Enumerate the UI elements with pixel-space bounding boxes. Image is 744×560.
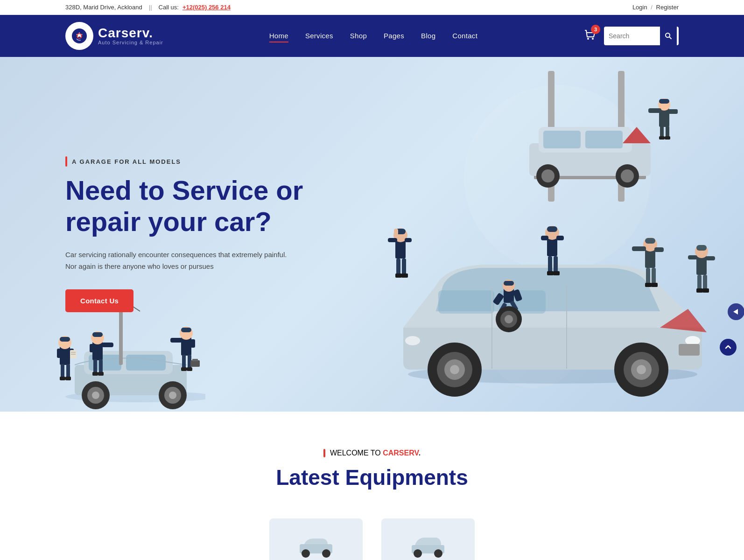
svg-rect-42 — [190, 339, 195, 348]
divider: || — [149, 4, 152, 11]
search-input[interactable] — [604, 32, 660, 40]
top-bar-right: Login / Register — [632, 4, 679, 11]
svg-point-85 — [637, 365, 646, 374]
bottom-car-2 — [381, 518, 475, 560]
nav-item-shop[interactable]: Shop — [350, 32, 367, 40]
bottom-car-1 — [269, 518, 363, 560]
register-link[interactable]: Register — [656, 4, 679, 11]
cart-button[interactable]: 3 — [583, 28, 597, 43]
svg-rect-128 — [651, 283, 658, 287]
contact-us-button[interactable]: Contact Us — [65, 289, 133, 312]
nav-link-pages[interactable]: Pages — [384, 32, 404, 42]
svg-rect-71 — [659, 136, 665, 140]
svg-rect-34 — [93, 359, 97, 373]
svg-rect-92 — [388, 238, 397, 242]
nav-link-contact[interactable]: Contact — [452, 32, 477, 42]
svg-rect-136 — [696, 288, 703, 293]
svg-rect-31 — [92, 332, 103, 337]
top-bar: 328D, Marid Drive, Ackloand || Call us: … — [0, 0, 744, 15]
svg-rect-118 — [547, 271, 554, 275]
login-link[interactable]: Login — [632, 4, 647, 11]
welcome-tag-text: WELCOME TO CARSERV. — [330, 449, 421, 457]
logo-text-wrap: Carserv. Auto Servicing & Repair — [98, 27, 163, 45]
scroll-up-button[interactable] — [720, 339, 737, 356]
svg-rect-126 — [652, 268, 656, 284]
svg-rect-135 — [703, 275, 707, 290]
svg-rect-131 — [696, 245, 707, 251]
svg-rect-133 — [706, 256, 715, 260]
nav-links: Home Services Shop Pages Blog Contact — [269, 32, 477, 40]
svg-point-141 — [322, 549, 330, 558]
svg-rect-127 — [645, 283, 652, 287]
chevron-up-icon — [724, 343, 732, 351]
cart-badge: 3 — [591, 25, 600, 34]
svg-rect-33 — [90, 344, 94, 352]
welcome-title: Latest Equipments — [65, 465, 679, 490]
svg-rect-101 — [504, 281, 514, 286]
svg-point-144 — [434, 549, 442, 558]
svg-point-2 — [587, 38, 589, 40]
svg-rect-117 — [554, 256, 558, 273]
hero-title-line1: Need to Service or — [65, 175, 303, 205]
nav-item-blog[interactable]: Blog — [421, 32, 435, 40]
svg-point-140 — [302, 549, 310, 558]
nav-link-shop[interactable]: Shop — [350, 32, 367, 42]
svg-rect-134 — [697, 275, 702, 290]
welcome-tag: WELCOME TO CARSERV. — [65, 449, 679, 457]
hero-section: A GARAGE FOR ALL MODELS Need to Service … — [0, 57, 744, 412]
svg-line-5 — [669, 37, 671, 39]
nav-right: 3 — [583, 27, 679, 45]
svg-rect-98 — [401, 273, 408, 278]
nav-link-blog[interactable]: Blog — [421, 32, 435, 42]
phone-link[interactable]: +12(025) 256 214 — [182, 4, 231, 11]
svg-rect-69 — [660, 126, 664, 138]
nav-item-pages[interactable]: Pages — [384, 32, 404, 40]
svg-rect-67 — [648, 108, 661, 113]
hero-title-line2: repair your car? — [65, 206, 272, 237]
svg-rect-28 — [65, 377, 71, 380]
hero-content: A GARAGE FOR ALL MODELS Need to Service … — [65, 156, 303, 312]
hero-tag-text: A GARAGE FOR ALL MODELS — [72, 158, 181, 165]
welcome-brand: CARSERV — [383, 449, 418, 457]
svg-rect-119 — [553, 271, 560, 275]
search-button[interactable] — [660, 27, 677, 45]
svg-rect-125 — [646, 268, 650, 284]
top-bar-left: 328D, Marid Drive, Ackloand || Call us: … — [65, 4, 231, 11]
svg-rect-19 — [60, 337, 70, 342]
svg-rect-66 — [659, 99, 669, 104]
welcome-section: WELCOME TO CARSERV. Latest Equipments — [0, 412, 744, 509]
logo[interactable]: Carserv. Auto Servicing & Repair — [65, 22, 163, 50]
welcome-label: WELCOME TO — [330, 449, 381, 457]
nav-item-services[interactable]: Services — [305, 32, 333, 40]
svg-rect-88 — [679, 344, 700, 356]
hero-tag-bar — [65, 156, 67, 167]
logo-icon — [65, 22, 93, 50]
navbar: Carserv. Auto Servicing & Repair Home Se… — [0, 15, 744, 57]
svg-rect-27 — [60, 377, 65, 380]
svg-rect-20 — [57, 349, 62, 358]
welcome-tag-bar — [323, 449, 325, 457]
hero-tag: A GARAGE FOR ALL MODELS — [65, 156, 303, 167]
svg-rect-35 — [99, 359, 103, 373]
logo-tagline: Auto Servicing & Repair — [98, 40, 163, 45]
nav-item-home[interactable]: Home — [269, 32, 288, 40]
svg-rect-45 — [181, 367, 187, 371]
svg-rect-25 — [61, 364, 64, 378]
svg-rect-43 — [182, 355, 186, 369]
search-box[interactable] — [604, 27, 679, 45]
svg-rect-129 — [696, 255, 707, 275]
nav-item-contact[interactable]: Contact — [452, 32, 477, 40]
svg-rect-93 — [394, 229, 398, 235]
address-text: 328D, Marid Drive, Ackloand — [65, 4, 142, 11]
logo-name: Carserv. — [98, 27, 163, 40]
svg-rect-46 — [187, 367, 192, 371]
nav-link-services[interactable]: Services — [305, 32, 333, 42]
svg-point-63 — [621, 169, 634, 182]
svg-point-110 — [505, 315, 513, 323]
svg-rect-97 — [395, 273, 402, 278]
svg-point-81 — [450, 365, 459, 374]
svg-rect-123 — [632, 246, 646, 251]
nav-link-home[interactable]: Home — [269, 32, 288, 42]
svg-rect-70 — [666, 126, 669, 138]
login-separator: / — [651, 4, 653, 11]
